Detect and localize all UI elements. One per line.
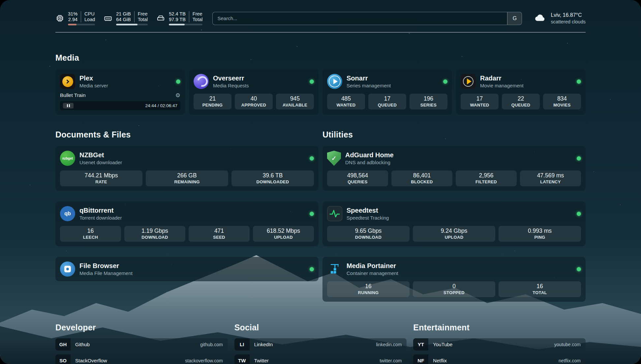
bookmark-url: netflix.com xyxy=(559,354,586,364)
stat-value: 2,956 xyxy=(457,172,515,179)
nzbget-icon: nzbget xyxy=(60,151,75,166)
disk-icon xyxy=(156,14,165,23)
stat-label: BLOCKED xyxy=(393,179,451,184)
stat-label: QUERIES xyxy=(328,179,387,184)
service-card-qbittorrent[interactable]: qb qBittorrent Torrent downloader 16 xyxy=(55,201,319,246)
resource-widgets: 31% CPU 2.94 Load xyxy=(55,11,202,25)
service-description: DNS and adblocking xyxy=(345,160,394,165)
service-name: AdGuard Home xyxy=(345,151,394,159)
bookmark-linkedin[interactable]: LI LinkedIn linkedin.com xyxy=(234,338,407,350)
bookmark-name: Netflix xyxy=(428,354,447,364)
service-card-plex[interactable]: Plex Media server Bullet Train 24:44 / 0… xyxy=(55,69,185,115)
section-social: Social LI LinkedIn linkedin.com TW Twitt… xyxy=(234,323,407,364)
cpu-load-label: Load xyxy=(81,17,95,22)
stat-value: 471 xyxy=(190,228,248,234)
service-card-nzbget[interactable]: nzbget NZBGet Usenet downloader 744.21 M… xyxy=(55,146,319,191)
status-dot xyxy=(577,156,581,161)
section-developer: Developer GH Github github.com SO StackO… xyxy=(55,323,228,364)
memory-free-value: 21 GiB xyxy=(116,11,134,17)
service-card-portainer[interactable]: Media Portainer Container management 16 … xyxy=(322,257,586,302)
stat-wanted: 17 WANTED xyxy=(461,94,499,109)
search-provider-button[interactable]: G xyxy=(507,12,522,25)
stat-value: 16 xyxy=(328,283,408,290)
service-name: qBittorrent xyxy=(79,207,122,214)
service-card-filebrowser[interactable]: File Browser Media File Management xyxy=(55,257,319,281)
stat-label: UPLOAD xyxy=(254,235,313,240)
section-utilities: Utilities AdGuard Home DNS and adblockin… xyxy=(322,130,586,302)
stat-label: PING xyxy=(500,235,580,240)
bookmark-github[interactable]: GH Github github.com xyxy=(55,338,228,350)
section-documents-files: Documents & Files nzbget NZBGet Usenet d… xyxy=(55,130,319,302)
adguard-shield-icon xyxy=(327,151,341,166)
status-dot xyxy=(577,267,581,271)
stat-remaining: 266 GB REMAINING xyxy=(146,170,228,186)
bookmark-twitter[interactable]: TW Twitter twitter.com xyxy=(234,354,407,364)
qbittorrent-icon: qb xyxy=(60,206,75,221)
stat-value: 744.21 Mbps xyxy=(61,172,141,179)
status-dot xyxy=(310,156,314,161)
service-card-sonarr[interactable]: Sonarr Series management 485 WANTED 17 Q… xyxy=(322,69,452,115)
stat-value: 40 xyxy=(236,95,271,102)
stat-queued: 17 QUEUED xyxy=(368,94,406,109)
section-title-developer: Developer xyxy=(55,323,228,332)
bookmark-abbr: GH xyxy=(55,338,71,350)
service-name: NZBGet xyxy=(79,151,122,159)
stat-queued: 22 QUEUED xyxy=(502,94,540,109)
stat-blocked: 86,401 BLOCKED xyxy=(391,170,452,186)
service-card-adguard[interactable]: AdGuard Home DNS and adblocking 498,564 … xyxy=(322,146,586,191)
nzbget-icon-text: nzbget xyxy=(62,157,73,160)
weather-location: Lviv, 16.87°C xyxy=(551,12,586,18)
service-description: Torrent downloader xyxy=(79,215,122,221)
bookmark-netflix[interactable]: NF Netflix netflix.com xyxy=(413,354,586,364)
stat-seed: 471 SEED xyxy=(189,226,250,242)
service-name: Speedtest xyxy=(347,207,389,214)
stat-value: 17 xyxy=(370,95,405,102)
plex-icon xyxy=(60,74,75,89)
bookmark-youtube[interactable]: YT YouTube youtube.com xyxy=(413,338,586,350)
speedtest-icon xyxy=(327,206,342,221)
memory-total-value: 64 GiB xyxy=(116,17,134,22)
pause-button[interactable] xyxy=(63,103,74,108)
stat-available: 945 AVAILABLE xyxy=(276,94,314,109)
memory-usage-bar xyxy=(116,24,148,25)
stat-value: 17 xyxy=(462,95,497,102)
search-input[interactable] xyxy=(213,12,507,25)
stat-value: 266 GB xyxy=(147,172,227,179)
portainer-crane-icon xyxy=(327,261,342,277)
stat-value: 22 xyxy=(503,95,538,102)
bookmark-stackoverflow[interactable]: SO StackOverflow stackoverflow.com xyxy=(55,354,228,364)
stat-queries: 498,564 QUERIES xyxy=(327,170,388,186)
bookmark-name: Twitter xyxy=(250,354,269,364)
top-bar: 31% CPU 2.94 Load xyxy=(55,0,586,25)
disk-usage-bar-fill xyxy=(169,24,185,25)
service-card-radarr[interactable]: Radarr Movie management 17 WANTED 22 QUE… xyxy=(456,69,586,115)
stat-label: SERIES xyxy=(411,103,446,107)
stat-running: 16 RUNNING xyxy=(327,281,410,297)
stat-label: QUEUED xyxy=(370,103,405,107)
header-separator xyxy=(55,32,586,33)
stat-value: 9.65 Gbps xyxy=(328,228,408,234)
gear-icon[interactable] xyxy=(175,92,180,99)
service-description: Speedtest Tracking xyxy=(347,215,389,221)
stat-label: APPROVED xyxy=(236,103,271,107)
stat-value: 618.52 Mbps xyxy=(254,228,313,234)
plex-progress-bar[interactable]: 24:44 / 02:06:47 xyxy=(60,101,180,110)
status-dot xyxy=(310,79,314,84)
now-playing-title: Bullet Train xyxy=(60,92,86,98)
stat-leech: 16 LEECH xyxy=(60,226,121,242)
media-card-grid: Plex Media server Bullet Train 24:44 / 0… xyxy=(55,69,586,115)
service-card-speedtest[interactable]: Speedtest Speedtest Tracking 9.65 Gbps D… xyxy=(322,201,586,246)
cpu-usage-bar-fill xyxy=(68,24,76,25)
service-card-overseerr[interactable]: Overseerr Media Requests 21 PENDING 40 A… xyxy=(189,69,319,115)
filebrowser-icon xyxy=(60,261,75,277)
stat-filtered: 2,956 FILTERED xyxy=(456,170,517,186)
stat-label: STOPPED xyxy=(414,290,494,295)
memory-usage-bar-fill xyxy=(116,24,137,25)
weather-widget: Lviv, 16.87°C scattered clouds xyxy=(534,12,586,25)
overseerr-icon xyxy=(194,74,209,89)
stat-wanted: 485 WANTED xyxy=(327,94,365,109)
status-dot xyxy=(577,212,581,216)
stat-value: 39.6 TB xyxy=(233,172,313,179)
cpu-usage-value: 31% xyxy=(68,11,81,17)
stat-label: DOWNLOADED xyxy=(233,179,313,184)
